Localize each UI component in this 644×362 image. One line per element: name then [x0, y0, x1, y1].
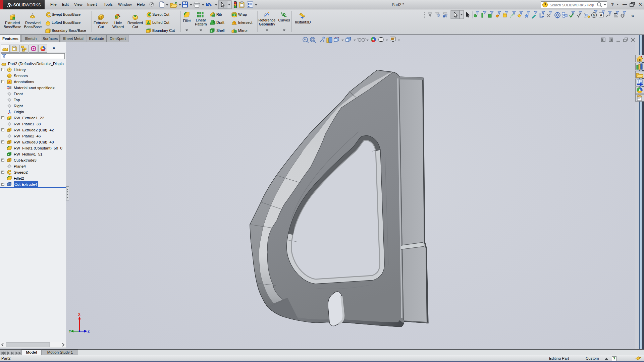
- svg-text:Reference: Reference: [259, 18, 276, 22]
- svg-text:Instant3D: Instant3D: [295, 20, 311, 24]
- svg-text:Wizard: Wizard: [112, 25, 124, 29]
- svg-text:Y: Y: [69, 329, 71, 333]
- svg-text:Rib: Rib: [216, 12, 222, 16]
- svg-text:?: ?: [613, 357, 615, 361]
- svg-text:Linear: Linear: [196, 18, 206, 22]
- svg-text:Wrap: Wrap: [238, 12, 247, 16]
- svg-text:A: A: [600, 13, 602, 17]
- svg-text:Boss/Base: Boss/Base: [4, 25, 21, 29]
- svg-text:Cut: Cut: [132, 25, 138, 29]
- svg-text:Swept Boss/Base: Swept Boss/Base: [52, 12, 80, 16]
- svg-text:»: »: [631, 13, 634, 18]
- svg-text:Intersect: Intersect: [238, 20, 252, 24]
- svg-text:Revolved: Revolved: [25, 21, 41, 25]
- svg-text:Shell: Shell: [216, 28, 224, 33]
- svg-text:Hole: Hole: [114, 21, 122, 25]
- svg-text:Fillet: Fillet: [183, 19, 191, 23]
- svg-text:Pattern: Pattern: [195, 22, 207, 26]
- svg-text:N: N: [593, 13, 595, 17]
- svg-text:G: G: [233, 14, 235, 16]
- svg-text:Boundary Cut: Boundary Cut: [152, 28, 175, 33]
- svg-text:Draft: Draft: [216, 20, 224, 24]
- svg-text:Curves: Curves: [278, 18, 290, 22]
- svg-text:X: X: [78, 313, 80, 316]
- svg-text:?: ?: [544, 3, 546, 7]
- svg-text:Extruded: Extruded: [5, 21, 20, 25]
- svg-text:Geometry: Geometry: [259, 22, 275, 26]
- svg-text:Extruded: Extruded: [94, 21, 108, 25]
- svg-text:Cut: Cut: [98, 25, 104, 29]
- svg-text:Boss/Base: Boss/Base: [24, 25, 42, 29]
- svg-text:Lofted Cut: Lofted Cut: [152, 20, 169, 24]
- svg-text:Revolved: Revolved: [127, 21, 143, 25]
- svg-text:Lofted Boss/Base: Lofted Boss/Base: [52, 20, 80, 24]
- svg-text:Swept Cut: Swept Cut: [152, 12, 169, 16]
- svg-text:Boundary Boss/Base: Boundary Boss/Base: [52, 28, 86, 33]
- svg-text:Mirror: Mirror: [238, 28, 248, 33]
- svg-text:Z: Z: [88, 329, 90, 333]
